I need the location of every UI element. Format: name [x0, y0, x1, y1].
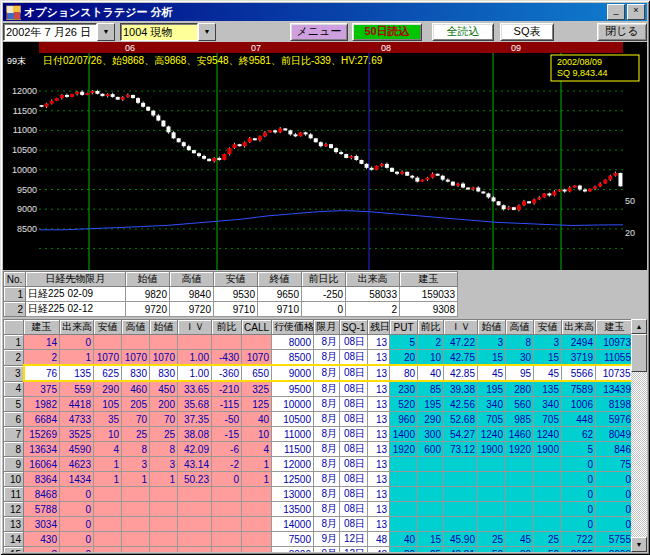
- cell[interactable]: 25: [478, 532, 506, 547]
- cell[interactable]: 8月: [314, 517, 340, 532]
- cell[interactable]: 13: [368, 335, 390, 350]
- cell[interactable]: [242, 532, 272, 547]
- cell[interactable]: [418, 502, 444, 517]
- cell[interactable]: [478, 517, 506, 532]
- cell[interactable]: 135: [60, 365, 94, 381]
- cell[interactable]: 230: [390, 381, 418, 397]
- cell[interactable]: 42.56: [444, 397, 478, 412]
- cell[interactable]: 0: [60, 335, 94, 350]
- minimize-button[interactable]: _: [607, 4, 625, 20]
- cell[interactable]: 4: [242, 442, 272, 457]
- cell[interactable]: 80: [390, 365, 418, 381]
- cell[interactable]: 830: [122, 365, 150, 381]
- cell[interactable]: 08日: [340, 472, 368, 487]
- cell[interactable]: -50: [212, 412, 242, 427]
- cell[interactable]: [444, 502, 478, 517]
- date-value[interactable]: 2002年 7 月26 日: [3, 23, 97, 41]
- cell[interactable]: 13634: [24, 442, 60, 457]
- cell[interactable]: [444, 487, 478, 502]
- cell[interactable]: 9820: [126, 287, 170, 302]
- cell[interactable]: 1070: [150, 350, 178, 366]
- cell[interactable]: 13: [368, 442, 390, 457]
- cell[interactable]: 08日: [340, 487, 368, 502]
- cell[interactable]: 8: [150, 442, 178, 457]
- cell[interactable]: -6: [212, 442, 242, 457]
- cell[interactable]: [444, 457, 478, 472]
- cell[interactable]: 1070: [94, 350, 122, 366]
- cell[interactable]: [242, 547, 272, 553]
- cell[interactable]: 45: [534, 365, 562, 381]
- table-row[interactable]: 2日経225 02-129720972097109710029308: [4, 302, 458, 317]
- cell[interactable]: 8月: [314, 442, 340, 457]
- cell[interactable]: 9710: [258, 302, 302, 317]
- table-row[interactable]: 66684473335707037.35-5040105008月08日13960…: [4, 412, 634, 427]
- cell[interactable]: 13: [368, 517, 390, 532]
- cell[interactable]: 13: [368, 381, 390, 397]
- cell[interactable]: 日経225 02-09: [26, 287, 126, 302]
- cell[interactable]: [212, 335, 242, 350]
- cell[interactable]: 8月: [314, 472, 340, 487]
- cell[interactable]: 80: [390, 547, 418, 553]
- cell[interactable]: [212, 517, 242, 532]
- cell[interactable]: 10: [94, 427, 122, 442]
- table-row[interactable]: 1257880135008月08日1300: [4, 502, 634, 517]
- cell[interactable]: [478, 502, 506, 517]
- cell[interactable]: 9710: [214, 302, 258, 317]
- cell[interactable]: 0: [596, 502, 634, 517]
- cell[interactable]: 450: [150, 381, 178, 397]
- cell[interactable]: 13500: [272, 502, 314, 517]
- cell[interactable]: 625: [94, 365, 122, 381]
- chevron-down-icon[interactable]: ▼: [198, 23, 216, 41]
- cell[interactable]: 9500: [272, 381, 314, 397]
- cell[interactable]: -2: [212, 457, 242, 472]
- cell[interactable]: 1.00: [178, 350, 212, 366]
- cell[interactable]: 13: [368, 350, 390, 366]
- cell[interactable]: 10973: [596, 335, 634, 350]
- cell[interactable]: [94, 517, 122, 532]
- cell[interactable]: 35.68: [178, 397, 212, 412]
- cell[interactable]: -360: [212, 365, 242, 381]
- cell[interactable]: 9月: [314, 532, 340, 547]
- cell[interactable]: 1460: [506, 427, 534, 442]
- cell[interactable]: 325: [242, 381, 272, 397]
- cell[interactable]: [506, 472, 534, 487]
- cell[interactable]: 25: [418, 547, 444, 553]
- table-row[interactable]: 14430075009月12日48401545.902545257225755: [4, 532, 634, 547]
- cell[interactable]: 11000: [272, 427, 314, 442]
- cell[interactable]: [122, 517, 150, 532]
- cell[interactable]: -250: [302, 287, 346, 302]
- cell[interactable]: 9840: [170, 287, 214, 302]
- cell[interactable]: [150, 487, 178, 502]
- cell[interactable]: [178, 532, 212, 547]
- cell[interactable]: [478, 487, 506, 502]
- cell[interactable]: 1: [94, 472, 122, 487]
- cell[interactable]: 1: [60, 350, 94, 366]
- cell[interactable]: 25: [150, 427, 178, 442]
- cell[interactable]: [534, 487, 562, 502]
- cell[interactable]: 448: [562, 412, 596, 427]
- cell[interactable]: [150, 547, 178, 553]
- cell[interactable]: 1070: [242, 350, 272, 366]
- cell[interactable]: [390, 517, 418, 532]
- cell[interactable]: 76: [24, 365, 60, 381]
- scrollbar-up-button[interactable]: ▲: [631, 319, 647, 334]
- cell[interactable]: 5976: [596, 412, 634, 427]
- cell[interactable]: [94, 532, 122, 547]
- cell[interactable]: 2: [346, 302, 400, 317]
- cell[interactable]: 830: [150, 365, 178, 381]
- cell[interactable]: 375: [24, 381, 60, 397]
- cell[interactable]: 13: [368, 365, 390, 381]
- options-scrollbar[interactable]: ▲ ▼: [631, 319, 647, 552]
- cell[interactable]: 2: [24, 350, 60, 366]
- cell[interactable]: [534, 517, 562, 532]
- cell[interactable]: 70: [150, 412, 178, 427]
- cell[interactable]: 12500: [272, 472, 314, 487]
- cell[interactable]: 0: [562, 487, 596, 502]
- cell[interactable]: 08日: [340, 427, 368, 442]
- cell[interactable]: 3034: [24, 517, 60, 532]
- cell[interactable]: 43.14: [178, 457, 212, 472]
- cell[interactable]: 8月: [314, 487, 340, 502]
- cell[interactable]: 25: [122, 427, 150, 442]
- cell[interactable]: 3525: [60, 427, 94, 442]
- cell[interactable]: [390, 472, 418, 487]
